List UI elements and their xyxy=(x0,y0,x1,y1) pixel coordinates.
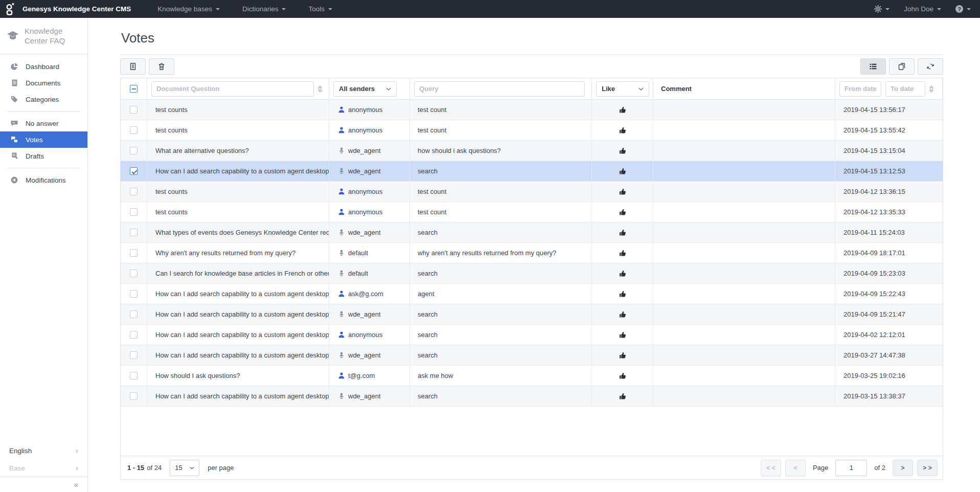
user-menu[interactable]: John Doe xyxy=(904,5,941,13)
list-view-button[interactable] xyxy=(860,58,886,75)
all-senders-select[interactable]: All senders xyxy=(333,81,397,97)
votes-toolbar xyxy=(120,58,943,75)
row-checkbox[interactable] xyxy=(130,167,138,175)
row-select-cell xyxy=(121,325,147,345)
table-row[interactable]: What types of events does Genesys Knowle… xyxy=(121,222,943,243)
row-checkbox[interactable] xyxy=(130,249,138,257)
table-row[interactable]: test counts anonymous test count 2019-04… xyxy=(121,100,943,120)
table-row[interactable]: Why aren't any results returned from my … xyxy=(121,243,943,263)
chevron-down-icon xyxy=(386,87,391,91)
delete-button[interactable] xyxy=(149,58,174,75)
table-row[interactable]: test counts anonymous test count 2019-04… xyxy=(121,182,943,202)
like-cell xyxy=(592,386,653,406)
next-page-button[interactable]: > xyxy=(893,460,913,476)
thumb-up-icon xyxy=(619,127,626,134)
sidebar-collapse-button[interactable]: « xyxy=(0,477,87,492)
base-language-selector[interactable]: Base › xyxy=(0,459,87,477)
table-row[interactable]: How can I add search capability to a cus… xyxy=(121,325,943,345)
knowledge-base-header[interactable]: Knowledge Center FAQ xyxy=(0,18,87,54)
row-checkbox[interactable] xyxy=(130,208,138,216)
menu-tools[interactable]: Tools xyxy=(308,5,332,13)
row-checkbox[interactable] xyxy=(130,126,138,134)
page-number-input[interactable] xyxy=(835,460,867,476)
comment-cell xyxy=(653,182,835,202)
sidebar-item-no-answer[interactable]: No answer xyxy=(0,115,87,131)
sidebar-item-votes[interactable]: Votes xyxy=(0,131,87,148)
agent-icon xyxy=(338,168,345,174)
first-page-button[interactable]: < < xyxy=(761,460,781,476)
row-checkbox[interactable] xyxy=(130,331,138,339)
last-page-button[interactable]: > > xyxy=(917,460,938,476)
from-date-filter-input[interactable] xyxy=(839,81,881,97)
document-question-filter-input[interactable] xyxy=(151,81,314,97)
sidebar-item-categories[interactable]: Categories xyxy=(0,91,87,107)
row-checkbox[interactable] xyxy=(130,392,138,400)
comment-cell xyxy=(653,100,835,120)
like-cell xyxy=(592,120,653,140)
comment-cell xyxy=(653,263,835,283)
table-row[interactable]: test counts anonymous test count 2019-04… xyxy=(121,120,943,141)
previous-page-button[interactable]: < xyxy=(785,460,806,476)
like-select[interactable]: Like xyxy=(596,81,649,97)
sidebar-item-documents[interactable]: Documents xyxy=(0,75,87,91)
row-select-cell xyxy=(121,120,147,140)
table-row[interactable]: How should I ask questions? t@g.com ask … xyxy=(121,366,943,386)
chevron-right-icon: › xyxy=(76,464,78,472)
row-checkbox[interactable] xyxy=(130,310,138,318)
vote-date-cell: 2019-04-02 12:12:01 xyxy=(844,331,905,339)
table-row[interactable]: Can I search for knowledge base articles… xyxy=(121,263,943,284)
vote-date-cell: 2019-04-12 13:36:15 xyxy=(844,188,905,195)
menu-dictionaries[interactable]: Dictionaries xyxy=(242,5,286,13)
comment-cell xyxy=(653,366,835,386)
table-row[interactable]: What are alternative questions? wde_agen… xyxy=(121,141,943,161)
table-row[interactable]: test counts anonymous test count 2019-04… xyxy=(121,202,943,222)
sidebar-item-drafts[interactable]: Drafts xyxy=(0,148,87,164)
column-view-button[interactable] xyxy=(889,58,915,75)
row-checkbox[interactable] xyxy=(130,147,138,154)
table-row[interactable]: How can I add search capability to a cus… xyxy=(121,161,943,182)
like-header-cell: Like xyxy=(592,78,653,99)
settings-menu[interactable] xyxy=(874,5,890,13)
document-question-cell: test counts xyxy=(155,188,188,195)
row-checkbox[interactable] xyxy=(130,270,138,277)
thumb-up-icon xyxy=(619,311,626,318)
sidebar-item-modifications[interactable]: Modifications xyxy=(0,172,87,188)
row-select-cell xyxy=(121,304,147,324)
row-checkbox[interactable] xyxy=(130,372,138,379)
sender-cell: anonymous xyxy=(348,106,382,114)
table-row[interactable]: How can I add search capability to a cus… xyxy=(121,284,943,304)
comment-cell xyxy=(653,120,835,140)
language-selector[interactable]: English › xyxy=(0,442,87,459)
help-menu[interactable]: ? xyxy=(955,5,971,13)
sidebar-item-dashboard[interactable]: Dashboard xyxy=(0,58,87,75)
select-all-checkbox[interactable] xyxy=(130,85,138,93)
report-button[interactable] xyxy=(120,58,146,75)
page-size-value: 15 xyxy=(175,464,182,472)
table-row[interactable]: How can I add search capability to a cus… xyxy=(121,386,943,407)
vote-date-cell: 2019-04-09 15:21:47 xyxy=(844,310,905,318)
table-row[interactable]: How can I add search capability to a cus… xyxy=(121,304,943,325)
agent-icon xyxy=(338,250,345,256)
query-cell: search xyxy=(418,331,438,339)
query-filter-input[interactable] xyxy=(414,81,585,97)
row-checkbox[interactable] xyxy=(130,229,138,236)
row-checkbox[interactable] xyxy=(130,106,138,114)
row-checkbox[interactable] xyxy=(130,351,138,359)
sender-header-cell: All senders xyxy=(329,78,410,99)
table-row[interactable]: How can I add search capability to a cus… xyxy=(121,345,943,366)
page-size-select[interactable]: 15 xyxy=(170,460,199,476)
sort-icon[interactable] xyxy=(317,85,323,93)
to-date-filter-input[interactable] xyxy=(885,81,925,97)
double-chevron-left-icon: < < xyxy=(766,464,775,472)
row-select-cell xyxy=(121,222,147,242)
document-question-cell: How can I add search capability to a cus… xyxy=(155,392,329,400)
menu-label: Tools xyxy=(308,5,325,13)
query-cell: how should i ask questions? xyxy=(418,147,501,154)
row-checkbox[interactable] xyxy=(130,188,138,195)
row-checkbox[interactable] xyxy=(130,290,138,298)
document-question-cell: Why aren't any results returned from my … xyxy=(155,249,295,257)
menu-knowledge-bases[interactable]: Knowledge bases xyxy=(157,5,220,13)
refresh-button[interactable] xyxy=(918,58,943,75)
sort-icon[interactable] xyxy=(929,85,934,93)
base-language-label: Base xyxy=(9,464,25,472)
